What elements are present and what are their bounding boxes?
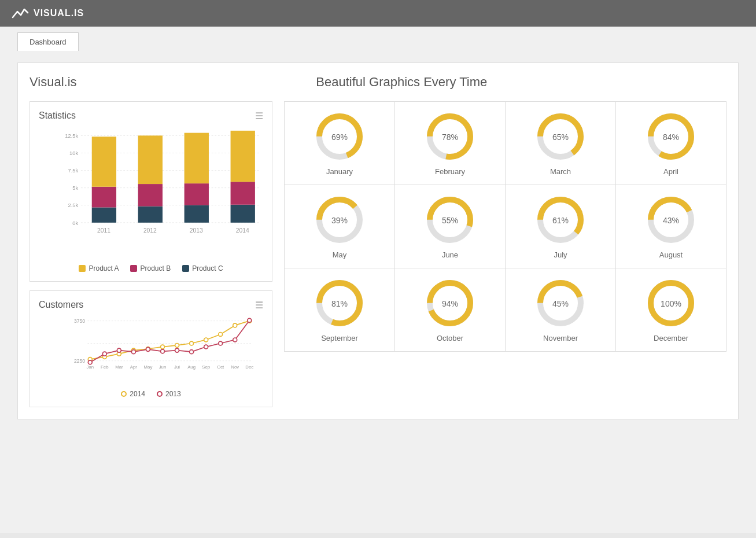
svg-rect-14: [92, 137, 116, 187]
svg-text:2012: 2012: [143, 227, 157, 234]
legend-label-b: Product B: [140, 264, 171, 272]
svg-text:Dec: Dec: [245, 364, 253, 370]
svg-text:Nov: Nov: [231, 364, 239, 370]
legend-circle-2013: [157, 391, 163, 397]
svg-text:78%: 78%: [442, 132, 458, 142]
panel-subtitle: Beautiful Graphics Every Time: [77, 75, 727, 90]
customers-chart-box: Customers ☰ 3750 2250: [29, 290, 272, 407]
svg-rect-23: [231, 131, 255, 182]
donut-label-july: July: [554, 250, 567, 259]
donut-svg-april: 84%: [645, 110, 697, 163]
svg-rect-22: [231, 182, 255, 205]
logo: VISUAL.IS: [12, 7, 84, 20]
donut-cell-october: 94% October: [395, 268, 505, 351]
donut-cell-august: 43% August: [616, 185, 726, 268]
svg-point-42: [219, 333, 223, 337]
svg-point-40: [190, 341, 194, 345]
legend-label-2013: 2013: [165, 390, 181, 398]
donut-cell-july: 61% July: [506, 185, 615, 268]
svg-point-56: [248, 318, 252, 322]
svg-point-47: [117, 348, 121, 352]
logo-icon: [12, 7, 29, 20]
svg-rect-16: [138, 184, 163, 207]
svg-text:0k: 0k: [72, 220, 78, 226]
donut-svg-march: 65%: [534, 110, 587, 163]
svg-rect-12: [92, 208, 116, 223]
svg-text:69%: 69%: [331, 132, 348, 142]
donut-cell-may: 39% May: [285, 185, 394, 268]
svg-text:Feb: Feb: [101, 364, 108, 370]
legend-2013: 2013: [157, 390, 181, 398]
svg-text:12.5k: 12.5k: [65, 132, 78, 139]
donut-cell-november: 45% November: [506, 268, 615, 351]
svg-text:43%: 43%: [663, 216, 679, 225]
statistics-menu-icon[interactable]: ☰: [255, 110, 263, 121]
svg-point-49: [146, 347, 150, 351]
customers-title: Customers: [39, 300, 263, 310]
statistics-title: Statistics: [39, 110, 263, 121]
donut-label-february: February: [435, 167, 465, 176]
svg-text:2013: 2013: [190, 227, 203, 234]
tab-dashboard[interactable]: Dashboard: [17, 32, 79, 51]
svg-text:45%: 45%: [552, 299, 569, 308]
donut-label-december: December: [654, 334, 688, 342]
donut-cell-december: 100% December: [616, 268, 726, 351]
svg-point-48: [131, 350, 135, 354]
svg-point-51: [175, 348, 179, 352]
donut-grid: 69% January 78% February 65% March: [284, 101, 727, 352]
donut-label-january: January: [326, 167, 353, 176]
donut-label-september: September: [321, 334, 358, 342]
svg-text:2014: 2014: [236, 227, 249, 234]
legend-circle-2014: [121, 391, 127, 397]
bar-chart-area: 12.5k 10k 7.5k 5k 2.5k 0k: [39, 127, 263, 260]
svg-text:2011: 2011: [97, 227, 110, 234]
donut-svg-january: 69%: [314, 110, 366, 163]
svg-text:7.5k: 7.5k: [68, 167, 78, 174]
svg-text:Jan: Jan: [87, 364, 94, 370]
svg-point-45: [88, 360, 92, 364]
legend-item-c: Product C: [182, 264, 223, 272]
svg-text:100%: 100%: [661, 299, 681, 308]
svg-text:Jun: Jun: [159, 364, 167, 370]
svg-point-43: [233, 323, 237, 327]
svg-text:81%: 81%: [331, 299, 348, 308]
tabs-bar: Dashboard: [0, 27, 756, 51]
bar-chart-legend: Product A Product B Product C: [39, 264, 263, 272]
main-grid: Statistics ☰: [29, 101, 727, 407]
svg-point-38: [161, 345, 165, 349]
donut-cell-june: 55% June: [395, 185, 505, 268]
legend-label-a: Product A: [88, 264, 119, 272]
svg-point-41: [204, 338, 208, 342]
svg-rect-18: [185, 205, 209, 223]
panel-header: Visual.is Beautiful Graphics Every Time: [29, 75, 727, 90]
donut-svg-december: 100%: [645, 277, 697, 329]
donut-label-april: April: [663, 167, 678, 176]
right-column: 69% January 78% February 65% March: [284, 101, 727, 407]
svg-point-50: [161, 349, 165, 353]
donut-cell-september: 81% September: [285, 268, 394, 351]
legend-dot-b: [130, 265, 137, 272]
svg-rect-15: [138, 207, 163, 223]
content-area: Visual.is Beautiful Graphics Every Time …: [0, 51, 756, 431]
app-header: VISUAL.IS: [0, 0, 756, 27]
svg-text:84%: 84%: [663, 132, 679, 142]
svg-text:May: May: [144, 364, 153, 370]
svg-point-39: [175, 344, 179, 348]
donut-svg-may: 39%: [314, 194, 366, 246]
statistics-chart-box: Statistics ☰: [29, 101, 272, 282]
donut-cell-february: 78% February: [395, 102, 505, 185]
donut-label-march: March: [550, 167, 571, 176]
legend-dot-c: [182, 265, 189, 272]
svg-point-55: [233, 338, 237, 342]
donut-label-may: May: [333, 250, 347, 259]
svg-rect-20: [185, 133, 209, 183]
svg-point-53: [204, 345, 208, 349]
donut-cell-march: 65% March: [506, 102, 615, 185]
svg-rect-21: [231, 205, 255, 223]
svg-rect-13: [92, 187, 116, 208]
svg-rect-19: [185, 183, 209, 205]
svg-text:55%: 55%: [442, 216, 458, 225]
legend-item-a: Product A: [79, 264, 119, 272]
customers-menu-icon[interactable]: ☰: [255, 300, 263, 311]
svg-text:94%: 94%: [442, 299, 458, 308]
